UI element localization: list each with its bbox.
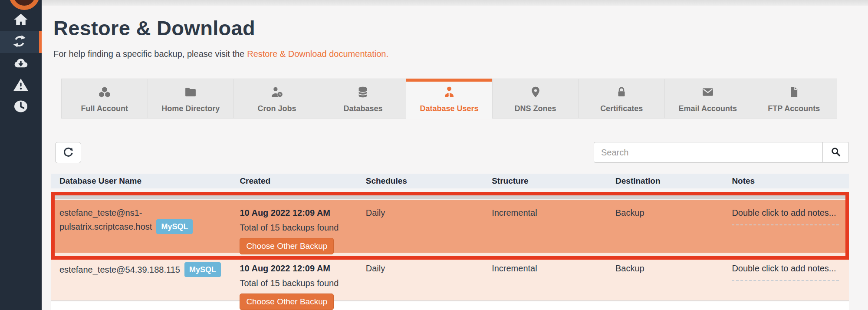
created-cell: 10 Aug 2022 12:09 AM Total of 15 backups… bbox=[231, 253, 357, 310]
table-row[interactable]: estefane_teste@54.39.188.115MySQL 10 Aug… bbox=[51, 253, 849, 300]
header-gap bbox=[51, 188, 849, 192]
notes-cell[interactable]: Double click to add notes... bbox=[723, 200, 849, 254]
column-header-notes: Notes bbox=[723, 176, 849, 186]
backups-table: Database User Name Created Schedules Str… bbox=[51, 174, 849, 310]
tab-label: Home Directory bbox=[161, 104, 220, 113]
tab-label: Database Users bbox=[420, 104, 478, 113]
tab-label: Cron Jobs bbox=[257, 104, 296, 113]
column-header-structure: Structure bbox=[483, 176, 607, 186]
column-header-created: Created bbox=[231, 176, 357, 186]
alerts-warning-icon bbox=[13, 77, 29, 94]
schedules-cell: Daily bbox=[358, 253, 483, 310]
tab-label: FTP Accounts bbox=[768, 104, 820, 113]
tab-ftp-accounts[interactable]: FTP Accounts bbox=[751, 79, 838, 119]
table-header-row: Database User Name Created Schedules Str… bbox=[51, 174, 849, 188]
sidebar-item-downloads[interactable] bbox=[0, 53, 42, 75]
sidebar-nav bbox=[0, 0, 42, 118]
backups-found-text: Total of 15 backups found bbox=[240, 221, 349, 234]
choose-other-backup-button[interactable]: Choose Other Backup bbox=[240, 294, 334, 310]
lock-icon bbox=[615, 86, 628, 100]
created-date: 10 Aug 2022 12:09 AM bbox=[240, 262, 349, 275]
created-cell: 10 Aug 2022 12:09 AM Total of 15 backups… bbox=[231, 200, 357, 254]
backups-found-text: Total of 15 backups found bbox=[240, 277, 349, 290]
sidebar-item-home[interactable] bbox=[0, 10, 42, 31]
table-body: estefane_teste@ns1-pulsatrix.scriptcase.… bbox=[51, 192, 849, 310]
tab-label: Full Account bbox=[81, 104, 128, 113]
database-user-name: estefane_teste@54.39.188.115 bbox=[59, 265, 180, 274]
tab-email-accounts[interactable]: Email Accounts bbox=[664, 79, 751, 119]
backup-type-tabs: Full Account Home Directory Cron Jobs bbox=[61, 79, 837, 119]
table-toolbar bbox=[51, 142, 849, 163]
choose-other-backup-button[interactable]: Choose Other Backup bbox=[240, 238, 334, 254]
main-content: Restore & Download For help finding a sp… bbox=[42, 0, 868, 310]
search-button[interactable] bbox=[823, 142, 849, 163]
map-marker-icon bbox=[529, 86, 542, 100]
database-user-name: estefane_teste@ns1-pulsatrix.scriptcase.… bbox=[59, 208, 152, 231]
queue-clock-icon bbox=[13, 99, 29, 116]
sidebar bbox=[0, 0, 42, 310]
row-separator-strip bbox=[51, 192, 849, 200]
destination-cell: Backup bbox=[607, 200, 723, 254]
sidebar-item-alerts[interactable] bbox=[0, 75, 42, 96]
refresh-button[interactable] bbox=[55, 142, 81, 163]
search-input[interactable] bbox=[594, 142, 823, 163]
column-header-schedules: Schedules bbox=[358, 176, 483, 186]
envelope-icon bbox=[701, 86, 714, 100]
file-icon bbox=[787, 86, 800, 100]
search-icon bbox=[830, 146, 841, 158]
restore-sync-icon bbox=[12, 33, 27, 51]
tab-home-directory[interactable]: Home Directory bbox=[148, 79, 234, 119]
tab-databases[interactable]: Databases bbox=[320, 79, 407, 119]
destination-cell: Backup bbox=[607, 253, 723, 310]
mysql-badge: MySQL bbox=[184, 262, 221, 277]
documentation-link[interactable]: Restore & Download documentation. bbox=[247, 49, 388, 59]
database-user-cell: estefane_teste@ns1-pulsatrix.scriptcase.… bbox=[51, 200, 231, 254]
tab-dns-zones[interactable]: DNS Zones bbox=[492, 79, 579, 119]
sidebar-item-restore[interactable] bbox=[0, 31, 42, 53]
column-header-destination: Destination bbox=[607, 176, 723, 186]
help-text: For help finding a specific backup, plea… bbox=[53, 49, 868, 59]
cloud-download-icon bbox=[13, 55, 29, 73]
help-text-prefix: For help finding a specific backup, plea… bbox=[53, 49, 244, 59]
tab-certificates[interactable]: Certificates bbox=[578, 79, 665, 119]
top-band bbox=[42, 0, 868, 6]
home-icon bbox=[13, 12, 29, 29]
mysql-badge: MySQL bbox=[156, 219, 193, 234]
database-icon bbox=[356, 86, 369, 100]
page-title: Restore & Download bbox=[53, 16, 868, 40]
notes-underline bbox=[732, 224, 839, 225]
search-group bbox=[594, 142, 849, 163]
cubes-icon bbox=[98, 86, 111, 100]
tab-database-users[interactable]: Database Users bbox=[406, 79, 493, 119]
user-tie-icon bbox=[443, 86, 456, 100]
tab-label: Databases bbox=[343, 104, 382, 113]
notes-placeholder-text: Double click to add notes... bbox=[732, 262, 840, 275]
database-user-cell: estefane_teste@54.39.188.115MySQL bbox=[51, 253, 231, 310]
table-row-selected[interactable]: estefane_teste@ns1-pulsatrix.scriptcase.… bbox=[51, 200, 849, 253]
tab-label: Email Accounts bbox=[679, 104, 737, 113]
tab-label: Certificates bbox=[600, 104, 643, 113]
folder-icon bbox=[184, 86, 197, 100]
column-header-database-user-name: Database User Name bbox=[51, 176, 231, 186]
created-date: 10 Aug 2022 12:09 AM bbox=[240, 207, 349, 219]
sidebar-item-queue[interactable] bbox=[0, 96, 42, 118]
schedules-cell: Daily bbox=[358, 200, 483, 254]
notes-cell[interactable]: Double click to add notes... bbox=[723, 253, 849, 310]
user-clock-icon bbox=[270, 86, 283, 100]
tab-label: DNS Zones bbox=[515, 104, 556, 113]
structure-cell: Incremental bbox=[483, 200, 607, 254]
tab-full-account[interactable]: Full Account bbox=[61, 79, 148, 119]
redo-refresh-icon bbox=[62, 146, 74, 159]
structure-cell: Incremental bbox=[483, 253, 607, 310]
notes-placeholder-text: Double click to add notes... bbox=[732, 207, 840, 219]
notes-underline bbox=[732, 280, 839, 281]
tab-cron-jobs[interactable]: Cron Jobs bbox=[233, 79, 320, 119]
